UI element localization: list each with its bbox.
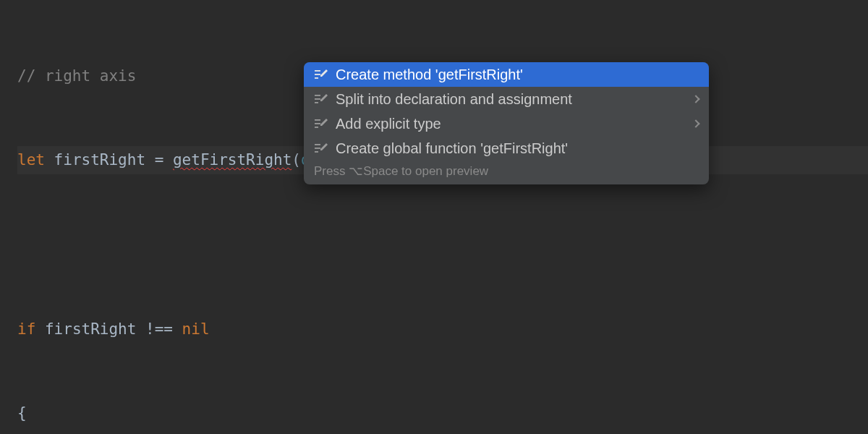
intention-label: Split into declaration and assignment <box>336 92 686 106</box>
svg-rect-0 <box>315 70 320 72</box>
svg-rect-10 <box>315 148 320 149</box>
svg-rect-2 <box>315 77 318 79</box>
svg-rect-5 <box>315 102 318 103</box>
popup-footer-hint: Press ⌥Space to open preview <box>304 161 709 184</box>
intention-label: Create method 'getFirstRight' <box>336 67 699 82</box>
code-line: if firstRight !== nil <box>17 315 868 344</box>
svg-rect-6 <box>315 119 320 121</box>
code-line: { <box>17 399 868 427</box>
intention-actions-popup[interactable]: Create method 'getFirstRight' Split into… <box>304 62 709 184</box>
pencil-edit-icon <box>314 67 328 82</box>
intention-item-add-explicit-type[interactable]: Add explicit type <box>304 111 709 136</box>
svg-rect-4 <box>315 98 320 100</box>
svg-rect-11 <box>315 151 318 153</box>
svg-rect-7 <box>315 123 320 124</box>
chevron-right-icon <box>692 119 699 127</box>
intention-label: Create global function 'getFirstRight' <box>336 141 699 156</box>
svg-rect-8 <box>315 127 318 128</box>
intention-item-create-method[interactable]: Create method 'getFirstRight' <box>304 62 709 87</box>
svg-rect-1 <box>315 74 320 75</box>
intention-item-create-global-function[interactable]: Create global function 'getFirstRight' <box>304 136 709 161</box>
unresolved-call: getFirstRight <box>173 151 292 169</box>
code-line <box>17 231 868 259</box>
svg-rect-3 <box>315 95 320 96</box>
intention-label: Add explicit type <box>336 116 686 131</box>
chevron-right-icon <box>692 95 699 103</box>
pencil-edit-icon <box>314 116 328 131</box>
pencil-edit-icon <box>314 92 328 106</box>
intention-item-split-declaration[interactable]: Split into declaration and assignment <box>304 87 709 111</box>
svg-rect-9 <box>315 144 320 145</box>
comment-text: // right axis <box>17 67 136 85</box>
pencil-edit-icon <box>314 141 328 156</box>
